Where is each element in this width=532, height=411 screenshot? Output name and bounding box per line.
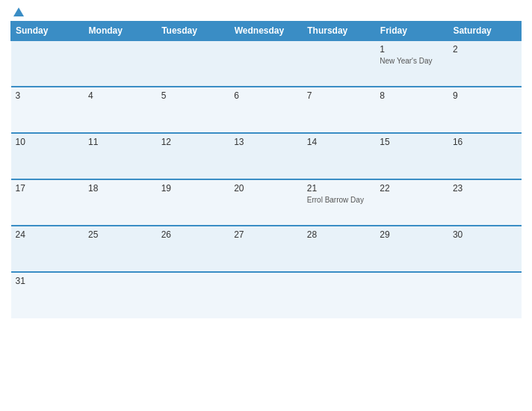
calendar-cell: 8: [375, 87, 448, 133]
weekday-header-row: SundayMondayTuesdayWednesdayThursdayFrid…: [11, 22, 522, 41]
calendar-cell: [229, 40, 303, 87]
calendar-cell: [84, 272, 157, 318]
calendar-cell: 19: [157, 179, 230, 226]
calendar-week-row: 3456789: [11, 87, 522, 133]
calendar-cell: 21Errol Barrow Day: [303, 179, 376, 226]
weekday-header-tuesday: Tuesday: [157, 22, 230, 41]
calendar-cell: 23: [448, 179, 522, 226]
calendar-cell: 28: [303, 226, 376, 272]
day-number: 21: [307, 183, 371, 194]
calendar-week-row: 1New Year's Day2: [11, 40, 522, 87]
weekday-header-wednesday: Wednesday: [229, 22, 303, 41]
calendar-cell: 3: [11, 87, 84, 133]
day-number: 22: [380, 183, 444, 194]
calendar-cell: 16: [448, 133, 522, 179]
weekday-header-sunday: Sunday: [11, 22, 84, 41]
day-number: 11: [88, 137, 152, 147]
day-number: 27: [234, 229, 298, 240]
calendar-cell: 9: [448, 87, 522, 133]
day-number: 12: [161, 137, 226, 147]
day-number: 10: [16, 137, 80, 147]
day-number: 30: [453, 229, 517, 240]
day-number: 28: [307, 229, 371, 240]
calendar-header: SundayMondayTuesdayWednesdayThursdayFrid…: [11, 22, 522, 41]
calendar-page: SundayMondayTuesdayWednesdayThursdayFrid…: [0, 0, 532, 411]
calendar-cell: 26: [157, 226, 230, 272]
calendar-cell: 6: [229, 87, 303, 133]
calendar-week-row: 1718192021Errol Barrow Day2223: [11, 179, 522, 226]
calendar-week-row: 10111213141516: [11, 133, 522, 179]
day-number: 2: [453, 44, 517, 55]
calendar-cell: 29: [375, 226, 448, 272]
day-number: 26: [161, 229, 226, 240]
day-number: 7: [307, 90, 371, 101]
calendar-cell: 5: [157, 87, 230, 133]
day-number: 8: [380, 90, 444, 101]
calendar-cell: 22: [375, 179, 448, 226]
calendar-cell: 20: [229, 179, 303, 226]
day-number: 5: [161, 90, 226, 101]
day-number: 4: [88, 90, 152, 101]
day-number: 13: [234, 137, 298, 147]
day-number: 20: [234, 183, 298, 194]
calendar-cell: [303, 40, 376, 87]
calendar-cell: [157, 272, 230, 318]
calendar-week-row: 31: [11, 272, 522, 318]
calendar-cell: [11, 40, 84, 87]
logo: [10, 7, 24, 16]
calendar-cell: 10: [11, 133, 84, 179]
day-number: 29: [380, 229, 444, 240]
calendar-cell: 17: [11, 179, 84, 226]
day-number: 17: [16, 183, 80, 194]
calendar-cell: 4: [84, 87, 157, 133]
day-number: 19: [161, 183, 226, 194]
calendar-cell: 31: [11, 272, 84, 318]
calendar-cell: 14: [303, 133, 376, 179]
calendar-cell: 18: [84, 179, 157, 226]
calendar-cell: [303, 272, 376, 318]
day-number: 14: [307, 137, 371, 147]
calendar-cell: 7: [303, 87, 376, 133]
day-number: 24: [16, 229, 80, 240]
weekday-header-saturday: Saturday: [448, 22, 522, 41]
holiday-label: Errol Barrow Day: [307, 195, 371, 205]
day-number: 15: [380, 137, 444, 147]
day-number: 3: [16, 90, 80, 101]
day-number: 1: [380, 44, 444, 55]
calendar-cell: [448, 272, 522, 318]
day-number: 18: [88, 183, 152, 194]
calendar-cell: [229, 272, 303, 318]
weekday-header-friday: Friday: [375, 22, 448, 41]
calendar-week-row: 24252627282930: [11, 226, 522, 272]
calendar-cell: 27: [229, 226, 303, 272]
weekday-header-thursday: Thursday: [303, 22, 376, 41]
calendar-cell: 30: [448, 226, 522, 272]
calendar-cell: 2: [448, 40, 522, 87]
calendar-cell: 24: [11, 226, 84, 272]
weekday-header-monday: Monday: [84, 22, 157, 41]
logo-triangle-icon: [13, 7, 24, 16]
day-number: 23: [453, 183, 517, 194]
day-number: 9: [453, 90, 517, 101]
calendar-cell: 1New Year's Day: [375, 40, 448, 87]
calendar-cell: [157, 40, 230, 87]
calendar-cell: 13: [229, 133, 303, 179]
calendar-cell: 12: [157, 133, 230, 179]
calendar-cell: 15: [375, 133, 448, 179]
calendar-cell: [375, 272, 448, 318]
calendar-cell: [84, 40, 157, 87]
calendar-body: 1New Year's Day2345678910111213141516171…: [11, 40, 522, 318]
day-number: 31: [16, 276, 80, 286]
calendar-cell: 11: [84, 133, 157, 179]
calendar-cell: 25: [84, 226, 157, 272]
holiday-label: New Year's Day: [380, 56, 444, 66]
header: [10, 7, 522, 16]
day-number: 16: [453, 137, 517, 147]
day-number: 6: [234, 90, 298, 101]
calendar-table: SundayMondayTuesdayWednesdayThursdayFrid…: [10, 21, 522, 318]
day-number: 25: [88, 229, 152, 240]
